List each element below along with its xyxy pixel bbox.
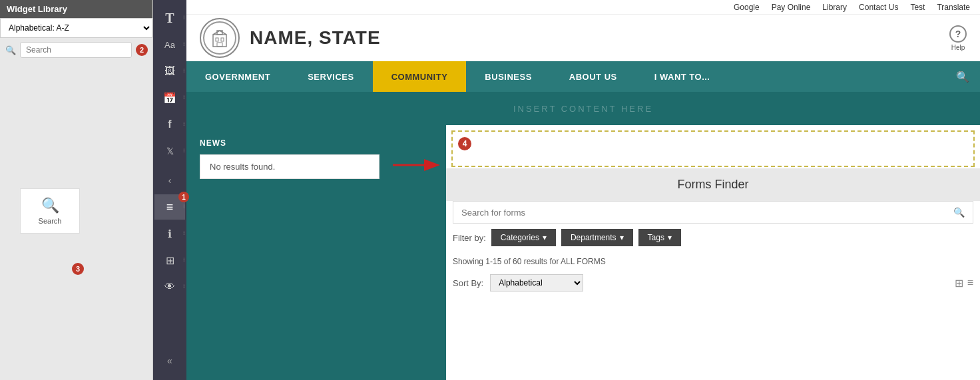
badge-2: 2 [136, 44, 148, 56]
facebook-icon: f [168, 118, 171, 130]
nav-item-services[interactable]: SERVICES [289, 61, 373, 92]
site-header: NAME, STATE ? Help [186, 15, 980, 61]
content-area: NEWS No results found. 4 Forms Finder [186, 125, 980, 380]
sidebar-collapse-bottom[interactable]: « [154, 348, 185, 373]
widget-sort-select[interactable]: Alphabetical: A-Z [0, 18, 152, 38]
drag-handle: ⁞ [183, 95, 184, 100]
sidebar-twitter-widget[interactable]: 𝕏 ⁞ [154, 138, 185, 164]
help-button[interactable]: ? Help [949, 25, 967, 51]
calendar-icon: 📅 [163, 92, 176, 104]
search-widget-item[interactable]: 🔍 Search 3 [20, 188, 80, 234]
drag-handle: ⁞ [183, 148, 184, 154]
utility-translate-link[interactable]: Translate [937, 3, 970, 12]
font-icon: Aa [164, 40, 175, 50]
svg-rect-0 [213, 35, 226, 47]
forms-search-icon: 🔍 [953, 207, 965, 218]
forms-drop-zone [451, 130, 975, 167]
nav-item-business[interactable]: BUSINESS [466, 61, 550, 92]
sidebar-info-widget[interactable]: ℹ ⁞ [154, 221, 185, 246]
drag-handle: ⁞ [183, 69, 184, 74]
search-icon: 🔍 [5, 45, 16, 55]
sort-select[interactable]: Alphabetical Date Relevance [490, 274, 583, 291]
forms-search-input[interactable] [461, 208, 953, 218]
logo-inner [203, 21, 236, 55]
collapse-left-icon-bottom: « [167, 355, 172, 366]
sort-by-label: Sort By: [453, 278, 483, 288]
svg-rect-6 [217, 43, 222, 47]
grid-view-icon[interactable]: ⊞ [955, 277, 963, 289]
departments-filter-button[interactable]: Departments ▾ [561, 229, 633, 246]
sidebar-org-widget[interactable]: ⊞ ⁞ [154, 248, 185, 273]
utility-test-link[interactable]: Test [910, 3, 925, 12]
utility-contactus-link[interactable]: Contact Us [859, 3, 898, 12]
image-icon: 🖼 [164, 65, 175, 77]
org-chart-icon: ⊞ [166, 254, 174, 267]
sidebar-facebook-widget[interactable]: f ⁞ [154, 112, 185, 137]
drag-handle: ⁞ [183, 42, 184, 47]
hero-placeholder-text: INSERT CONTENT HERE [513, 104, 653, 114]
news-label: NEWS [200, 138, 379, 148]
categories-chevron: ▾ [543, 233, 547, 242]
drag-handle: ⁞ [183, 258, 184, 263]
nav-item-government[interactable]: GOVERNMENT [186, 61, 289, 92]
filter-row: Filter by: Categories ▾ Departments ▾ Ta… [446, 224, 980, 252]
results-count: Showing 1-15 of 60 results for ALL FORMS [446, 252, 980, 272]
list-view-icon[interactable]: ≡ [967, 277, 973, 289]
widget-search-input[interactable] [20, 42, 132, 58]
sidebar-collapse-top[interactable]: ‹ [154, 168, 185, 193]
widget-library-panel: Widget Library Alphabetical: A-Z 🔍 2 🔍 S… [0, 0, 153, 380]
sidebar-list-widget[interactable]: ≡ ⁞ 1 [154, 194, 185, 220]
categories-label: Categories [501, 233, 539, 242]
utility-library-link[interactable]: Library [822, 3, 847, 12]
sort-row: Sort By: Alphabetical Date Relevance ⊞ ≡ [446, 272, 980, 294]
info-icon: ℹ [168, 228, 172, 240]
sidebar-preview-widget[interactable]: 👁 ⁞ [154, 274, 185, 299]
tags-filter-button[interactable]: Tags ▾ [638, 229, 681, 246]
forms-finder-panel: 4 Forms Finder 🔍 Filter by: Categories ▾… [446, 125, 980, 380]
drag-handle: ⁞ [183, 122, 184, 127]
sidebar-calendar-widget[interactable]: 📅 ⁞ [154, 85, 185, 110]
utility-payonline-link[interactable]: Pay Online [772, 3, 811, 12]
view-icons: ⊞ ≡ [955, 277, 973, 289]
departments-chevron: ▾ [620, 233, 624, 242]
drag-handle: ⁞ [183, 204, 184, 210]
sidebar-image-widget[interactable]: 🖼 ⁞ [154, 59, 185, 84]
nav-bar: GOVERNMENT SERVICES COMMUNITY BUSINESS A… [186, 61, 980, 92]
badge-4: 4 [458, 137, 471, 150]
site-logo [200, 18, 240, 58]
nav-item-community[interactable]: COMMUNITY [373, 61, 467, 92]
widget-library-title: Widget Library [7, 4, 67, 14]
utility-google-link[interactable]: Google [734, 3, 760, 12]
site-title: NAME, STATE [250, 27, 381, 49]
utility-bar: Google Pay Online Library Contact Us Tes… [186, 0, 980, 15]
help-label: Help [951, 44, 965, 51]
arrow-annotation [393, 125, 446, 380]
search-widget-icon: 🔍 [41, 197, 59, 214]
twitter-icon: 𝕏 [166, 146, 174, 156]
categories-filter-button[interactable]: Categories ▾ [491, 229, 556, 246]
search-widget-label: Search [39, 217, 62, 225]
nav-item-iwantto[interactable]: I WANT TO... [636, 61, 729, 92]
nav-search-button[interactable]: 🔍 [945, 61, 980, 92]
nav-item-aboutus[interactable]: ABOUT US [551, 61, 636, 92]
badge-1: 1 [178, 192, 189, 202]
badge-3: 3 [72, 263, 84, 275]
drag-handle: ⁞ [183, 284, 184, 289]
forms-search-row: 🔍 [453, 201, 973, 224]
tags-chevron: ▾ [668, 233, 672, 242]
widget-library-header: Widget Library [0, 0, 152, 18]
help-circle-icon: ? [949, 25, 967, 43]
departments-label: Departments [571, 233, 616, 242]
icon-sidebar: T ⁞ Aa ⁞ 🖼 ⁞ 📅 ⁞ f ⁞ 𝕏 ⁞ ‹ ≡ ⁞ 1 ℹ ⁞ [153, 0, 186, 380]
search-icon: 🔍 [956, 71, 969, 83]
svg-rect-4 [216, 38, 218, 41]
news-panel: NEWS No results found. [186, 125, 393, 380]
sidebar-text-widget[interactable]: T ⁞ [154, 5, 185, 31]
eye-icon: 👁 [164, 281, 175, 293]
main-content: Google Pay Online Library Contact Us Tes… [186, 0, 980, 380]
text-icon: T [165, 11, 174, 26]
sidebar-font-widget[interactable]: Aa ⁞ [154, 32, 185, 57]
news-no-results: No results found. [200, 154, 379, 179]
tags-label: Tags [648, 233, 664, 242]
drag-handle: ⁞ [183, 231, 184, 236]
